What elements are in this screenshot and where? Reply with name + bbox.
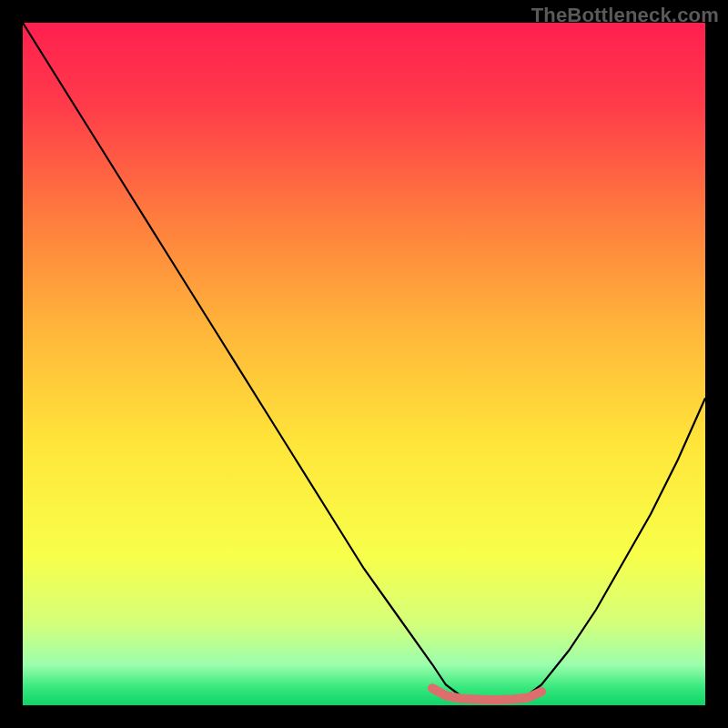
curve-layer — [23, 23, 705, 705]
chart-outer-frame: TheBottleneck.com — [0, 0, 728, 728]
plot-area — [23, 23, 705, 705]
optimal-band — [432, 688, 541, 700]
bottleneck-curve — [23, 23, 705, 700]
